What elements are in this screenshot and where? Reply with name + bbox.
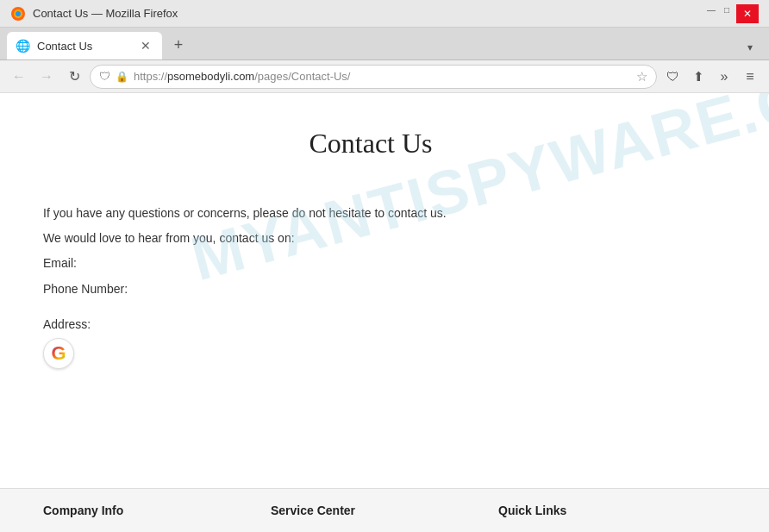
url-bar[interactable]: 🛡 🔒 https://psomebodyli.com/pages/Contac… — [90, 65, 657, 89]
page-title: Contact Us — [43, 128, 698, 160]
tab-label: Contact Us — [37, 40, 131, 53]
extensions-button[interactable]: » — [712, 65, 736, 89]
address-row: Address: — [43, 307, 698, 331]
back-button[interactable]: ← — [7, 65, 31, 89]
footer-col-service: Service Center — [271, 503, 498, 518]
intro-line2: We would love to hear from you, contact … — [43, 228, 698, 249]
title-bar-left: Contact Us — Mozilla Firefox — [10, 6, 178, 22]
forward-button[interactable]: → — [34, 65, 59, 89]
tab-bar: 🌐 Contact Us ✕ + ▾ — [0, 28, 769, 60]
reload-button[interactable]: ↻ — [62, 65, 86, 89]
url-https: https:// — [134, 70, 167, 83]
close-button[interactable]: ✕ — [736, 4, 759, 23]
window-title: Contact Us — Mozilla Firefox — [33, 7, 178, 20]
minimize-button[interactable]: — — [705, 4, 717, 16]
active-tab[interactable]: 🌐 Contact Us ✕ — [7, 32, 162, 59]
tab-close-button[interactable]: ✕ — [138, 38, 153, 53]
nav-right-icons: 🛡 ⬆ » ≡ — [660, 65, 762, 89]
bookmark-star-icon[interactable]: ☆ — [636, 69, 647, 84]
footer-col-company: Company Info — [43, 503, 271, 518]
url-path: /pages/Contact-Us/ — [254, 70, 350, 83]
title-bar: Contact Us — Mozilla Firefox — □ ✕ — [0, 0, 769, 28]
phone-label: Phone Number: — [43, 279, 698, 300]
firefox-sync-button[interactable]: 🛡 — [660, 65, 685, 89]
tab-bar-right: ▾ — [738, 35, 762, 59]
close-icon: ✕ — [743, 8, 752, 20]
url-domain: psomebodyli.com — [167, 70, 254, 83]
footer: Company Info Service Center Quick Links — [0, 488, 769, 532]
url-text: https://psomebodyli.com/pages/Contact-Us… — [134, 70, 631, 83]
footer-company-heading: Company Info — [43, 504, 123, 517]
footer-col-links: Quick Links — [498, 503, 726, 518]
title-bar-controls: — □ ✕ — [705, 4, 759, 23]
email-label: Email: — [43, 253, 698, 274]
tab-favicon: 🌐 — [16, 39, 30, 53]
page-content: MYANTISPYWARE.COM Contact Us If you have… — [0, 93, 769, 532]
lock-icon: 🔒 — [116, 71, 128, 83]
address-label-text: Address: — [43, 307, 91, 331]
nav-bar: ← → ↻ 🛡 🔒 https://psomebodyli.com/pages/… — [0, 60, 769, 93]
contact-body: If you have any questions or concerns, p… — [43, 203, 698, 300]
new-tab-button[interactable]: + — [166, 32, 191, 58]
svg-point-2 — [16, 11, 21, 16]
footer-service-heading: Service Center — [271, 504, 355, 517]
tab-list-button[interactable]: ▾ — [738, 35, 762, 59]
menu-button[interactable]: ≡ — [738, 65, 762, 89]
shield-icon: 🛡 — [99, 70, 110, 83]
google-icon: G — [43, 338, 74, 369]
firefox-icon — [10, 6, 26, 22]
maximize-button[interactable]: □ — [721, 4, 733, 16]
main-content-area: Contact Us If you have any questions or … — [0, 93, 741, 386]
share-button[interactable]: ⬆ — [686, 65, 710, 89]
footer-links-heading: Quick Links — [498, 504, 566, 517]
intro-line1: If you have any questions or concerns, p… — [43, 203, 698, 224]
